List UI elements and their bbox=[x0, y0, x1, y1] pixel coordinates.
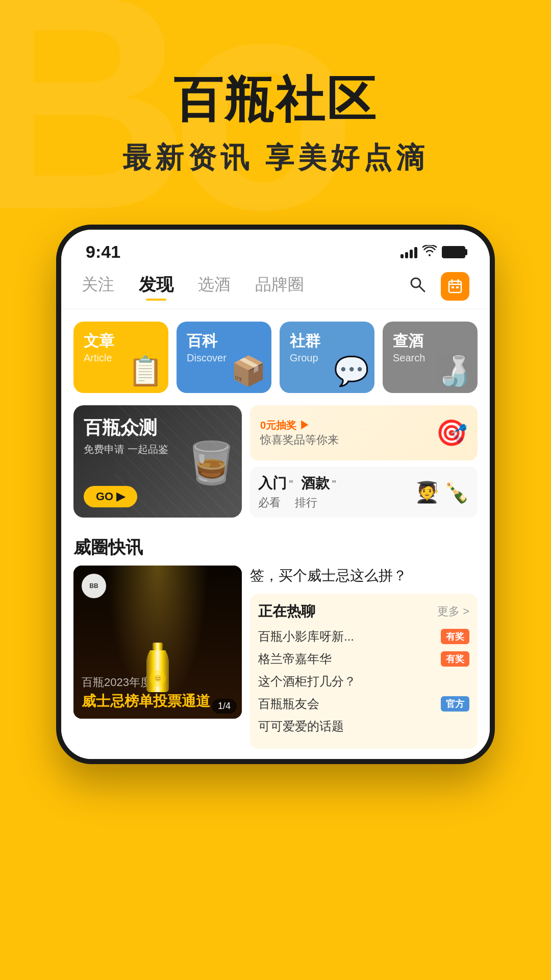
svg-rect-2 bbox=[449, 281, 461, 292]
promo-bottle-decor: 🥃 bbox=[186, 439, 237, 487]
cat-group-zh: 社群 bbox=[290, 332, 364, 350]
cat-article-zh: 文章 bbox=[84, 332, 158, 350]
promo-rank-title: 酒款 bbox=[301, 475, 330, 491]
promo-section: 百瓶众测 免费申请 一起品鉴 🥃 GO ▶ 0元抽奖 ▶ 惊喜奖品等你来 🎯 bbox=[61, 401, 490, 526]
promo-go-button[interactable]: GO ▶ bbox=[84, 486, 137, 507]
nav-tabs: 关注 发现 选酒 品牌圈 bbox=[61, 266, 490, 309]
category-group[interactable]: 社群 Group 💬 bbox=[280, 322, 374, 393]
svg-rect-7 bbox=[456, 286, 459, 288]
app-subtitle: 最新资讯 享美好点滴 bbox=[122, 139, 429, 178]
promo-guide-row: 入门 " 酒款 " bbox=[258, 474, 414, 493]
promo-student-icon: 🧑‍🎓 bbox=[414, 480, 440, 504]
status-time: 9:41 bbox=[86, 242, 120, 262]
hot-chat-header: 正在热聊 更多 > bbox=[258, 602, 469, 621]
promo-lottery-icon: 🎯 bbox=[436, 418, 467, 448]
promo-bottle-icon: 🍾 bbox=[444, 480, 469, 504]
tab-brand-circle[interactable]: 品牌圈 bbox=[255, 274, 304, 299]
cat-article-icon: 📋 bbox=[128, 354, 163, 388]
cat-discover-zh: 百科 bbox=[187, 332, 261, 350]
status-bar: 9:41 bbox=[61, 230, 490, 266]
promo-intro-quote: " bbox=[289, 478, 293, 491]
phone-container: 9:41 关注 bbox=[56, 225, 495, 764]
news-logo: BB bbox=[82, 574, 106, 598]
tab-wine-select[interactable]: 选酒 bbox=[198, 274, 231, 299]
tab-discover[interactable]: 发现 bbox=[139, 273, 173, 300]
hot-chat-more[interactable]: 更多 > bbox=[437, 604, 469, 619]
promo-labels: 必看 排行 bbox=[258, 495, 414, 510]
status-icons bbox=[400, 245, 465, 259]
promo-rank-sub: 排行 bbox=[295, 495, 317, 510]
hot-chat-item-3[interactable]: 百瓶瓶友会 官方 bbox=[258, 696, 469, 712]
bottle-decoration: 😊 bbox=[137, 640, 178, 698]
svg-text:😊: 😊 bbox=[154, 674, 162, 682]
app-title: 百瓶社区 bbox=[173, 67, 378, 134]
nav-right bbox=[408, 272, 469, 301]
hot-chat-item-4[interactable]: 可可爱爱的话题 bbox=[258, 718, 469, 734]
promo-lottery-content: 0元抽奖 ▶ 惊喜奖品等你来 bbox=[260, 419, 431, 448]
cat-search-zh: 查酒 bbox=[393, 332, 467, 350]
cat-discover-icon: 📦 bbox=[231, 354, 266, 388]
phone-frame: 9:41 关注 bbox=[56, 225, 495, 764]
news-counter: 1/4 bbox=[212, 699, 237, 714]
hot-chat-text-1: 格兰帝嘉年华 bbox=[258, 651, 437, 667]
hot-chat-badge-1: 有奖 bbox=[441, 651, 469, 667]
svg-rect-8 bbox=[153, 643, 163, 650]
promo-rank-quote: " bbox=[332, 478, 336, 491]
hot-chat-badge-3: 官方 bbox=[441, 696, 469, 712]
hot-chat-box: 正在热聊 更多 > 百瓶小影库呀新... 有奖 格兰帝嘉年华 有奖 这个酒 bbox=[250, 594, 478, 749]
hot-chat-text-3: 百瓶瓶友会 bbox=[258, 696, 437, 712]
promo-guide-content: 入门 " 酒款 " 必看 排行 bbox=[258, 474, 414, 510]
promo-lottery-tag: 0元抽奖 ▶ bbox=[260, 419, 431, 432]
cat-group-icon: 💬 bbox=[334, 354, 369, 388]
promo-lottery-card[interactable]: 0元抽奖 ▶ 惊喜奖品等你来 🎯 bbox=[250, 405, 478, 460]
promo-guide-card[interactable]: 入门 " 酒款 " 必看 排行 bbox=[250, 467, 478, 518]
background-area: Bo 百瓶社区 最新资讯 享美好点滴 bbox=[0, 0, 551, 245]
battery-icon bbox=[442, 246, 465, 258]
promo-intro-title: 入门 bbox=[258, 475, 287, 491]
hot-chat-text-0: 百瓶小影库呀新... bbox=[258, 628, 437, 645]
hot-chat-item-1[interactable]: 格兰帝嘉年华 有奖 bbox=[258, 651, 469, 667]
calendar-button[interactable] bbox=[441, 272, 469, 301]
category-grid: 文章 Article 📋 百科 Discover 📦 社群 Group 💬 bbox=[61, 309, 490, 401]
category-discover[interactable]: 百科 Discover 📦 bbox=[177, 322, 271, 393]
news-right: 签，买个威士忌这么拼？ 正在热聊 更多 > 百瓶小影库呀新... 有奖 bbox=[250, 566, 478, 749]
promo-guide-icons: 🧑‍🎓 🍾 bbox=[414, 480, 469, 504]
news-img-header: BB bbox=[82, 574, 234, 598]
hot-chat-text-4: 可可爱爱的话题 bbox=[258, 718, 469, 734]
promo-title: 百瓶众测 bbox=[84, 415, 232, 440]
promo-rank: 酒款 " bbox=[301, 474, 336, 493]
promo-banner[interactable]: 百瓶众测 免费申请 一起品鉴 🥃 GO ▶ bbox=[73, 405, 242, 518]
hot-chat-title: 正在热聊 bbox=[258, 602, 315, 621]
hot-chat-text-2: 这个酒柜打几分？ bbox=[258, 673, 469, 690]
promo-intro-sub: 必看 bbox=[258, 495, 281, 510]
svg-rect-6 bbox=[452, 286, 454, 288]
section-title: 威圈快讯 bbox=[73, 537, 143, 557]
hot-chat-badge-0: 有奖 bbox=[441, 629, 469, 644]
wifi-icon bbox=[422, 245, 437, 259]
svg-line-1 bbox=[419, 286, 424, 291]
category-article[interactable]: 文章 Article 📋 bbox=[73, 322, 168, 393]
search-button[interactable] bbox=[408, 275, 427, 298]
hot-chat-item-0[interactable]: 百瓶小影库呀新... 有奖 bbox=[258, 628, 469, 645]
signal-icon bbox=[400, 246, 417, 258]
promo-lottery-subtitle: 惊喜奖品等你来 bbox=[260, 432, 431, 448]
promo-right: 0元抽奖 ▶ 惊喜奖品等你来 🎯 入门 " 酒款 bbox=[250, 405, 478, 518]
news-headline[interactable]: 签，买个威士忌这么拼？ bbox=[250, 566, 478, 585]
tab-follow[interactable]: 关注 bbox=[82, 274, 114, 299]
hot-chat-item-2[interactable]: 这个酒柜打几分？ bbox=[258, 673, 469, 690]
section-header: 威圈快讯 bbox=[61, 526, 490, 566]
news-content: BB 百瓶2023年度 威士忌榜单投票通道 bbox=[61, 566, 490, 759]
promo-guide-intro: 入门 " bbox=[258, 474, 293, 493]
category-search[interactable]: 查酒 Search 🍶 bbox=[383, 322, 478, 393]
news-section: BB 百瓶2023年度 威士忌榜单投票通道 bbox=[61, 566, 490, 759]
news-image[interactable]: BB 百瓶2023年度 威士忌榜单投票通道 bbox=[73, 566, 242, 719]
cat-search-icon: 🍶 bbox=[437, 354, 472, 388]
